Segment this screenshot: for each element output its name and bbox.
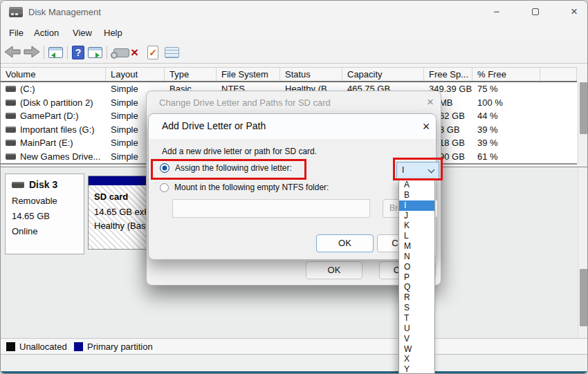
dropdown-item[interactable]: M — [399, 241, 434, 252]
mount-folder-radio-row[interactable]: Mount in the following empty NTFS folder… — [160, 183, 329, 192]
dialog-title: Change Drive Letter and Paths for SD car… — [159, 97, 331, 108]
disk3-panel[interactable]: Disk 3 Removable 14.65 GB Online — [5, 174, 84, 254]
menu-action[interactable]: Action — [34, 24, 59, 42]
volume-name: New Games Drive... — [20, 150, 100, 164]
chevron-down-icon — [428, 167, 435, 174]
dropdown-item[interactable]: Y — [399, 364, 434, 374]
window-title: Disk Management — [28, 1, 101, 24]
radio-selected-icon[interactable] — [160, 163, 169, 173]
dropdown-item[interactable]: S — [399, 303, 434, 313]
check-document-icon[interactable]: ✓ — [147, 46, 158, 59]
dropdown-item[interactable]: R — [399, 292, 434, 303]
close-button[interactable]: × — [559, 1, 588, 24]
dropdown-item[interactable]: J — [399, 211, 434, 221]
add-drive-letter-dialog: Add Drive Letter or Path × Add a new dri… — [148, 113, 437, 260]
table-header: Volume Layout Type File System Status Ca… — [1, 67, 577, 82]
menu-help[interactable]: Help — [104, 24, 122, 42]
menu-file[interactable]: File — [9, 24, 24, 42]
partition-name: SD card — [94, 191, 128, 202]
dialog-subtitle: Add a new drive letter or path for SD ca… — [162, 147, 317, 156]
dropdown-item[interactable]: P — [399, 272, 434, 283]
disk-name: Disk 3 — [29, 179, 57, 190]
menu-view[interactable]: View — [73, 24, 92, 42]
disk-pane-scrollbar[interactable] — [578, 167, 588, 337]
back-icon[interactable] — [3, 45, 21, 60]
dialog-title: Add Drive Letter or Path — [162, 120, 266, 131]
volume-icon — [6, 100, 16, 106]
disk-management-window: Disk Management − × File Action View Hel… — [0, 0, 588, 374]
header-type[interactable]: Type — [165, 68, 217, 81]
close-icon[interactable]: × — [417, 118, 435, 135]
maximize-button[interactable] — [520, 1, 551, 24]
disk-media: Removable — [12, 196, 57, 206]
table-scrollbar[interactable] — [578, 82, 588, 165]
cell-pct: 75 % — [472, 82, 540, 96]
properties-icon[interactable] — [165, 47, 179, 58]
header-layout[interactable]: Layout — [106, 68, 165, 81]
status-bar — [1, 355, 587, 371]
dropdown-item[interactable]: L — [399, 231, 434, 241]
legend-unallocated: Unallocated — [19, 342, 67, 352]
legend-primary-partition: Primary partition — [87, 342, 153, 352]
minimize-button[interactable]: − — [481, 1, 512, 24]
toolbar-separator — [107, 46, 107, 59]
dropdown-item[interactable]: W — [399, 344, 434, 355]
header-volume[interactable]: Volume — [1, 68, 106, 81]
header-blank — [540, 68, 577, 81]
cell-pct: 61 % — [472, 150, 540, 164]
delete-icon[interactable]: × — [131, 45, 138, 60]
app-icon — [9, 7, 23, 17]
volume-icon — [6, 140, 16, 146]
cell-pct: 100 % — [472, 96, 540, 110]
radio-unselected-icon[interactable] — [160, 183, 169, 192]
partition-size-fs: 14.65 GB exF — [94, 207, 149, 217]
action-pane-icon[interactable] — [88, 45, 102, 60]
volume-name: Important files (G:) — [20, 123, 95, 137]
ok-button[interactable]: OK — [306, 261, 362, 279]
volume-icon — [6, 86, 16, 92]
title-bar: Disk Management − × — [1, 1, 587, 24]
assign-letter-radio-row[interactable]: Assign the following drive letter: — [160, 163, 292, 173]
drive-letter-combobox[interactable]: I — [396, 162, 439, 179]
help-icon[interactable]: ? — [72, 46, 84, 59]
maximize-icon — [532, 8, 539, 15]
volume-icon — [6, 113, 16, 119]
ok-button[interactable]: OK — [316, 234, 374, 252]
dropdown-item[interactable]: N — [399, 252, 434, 262]
window-bottom-edge — [1, 371, 587, 374]
dropdown-item[interactable]: U — [399, 324, 434, 334]
volume-name: MainPart (E:) — [20, 136, 73, 150]
dialog-title-bar: Add Drive Letter or Path × — [149, 114, 436, 139]
dropdown-item[interactable]: X — [399, 354, 434, 364]
header-status[interactable]: Status — [280, 68, 342, 81]
dropdown-item[interactable]: V — [399, 334, 434, 344]
assign-letter-label: Assign the following drive letter: — [175, 163, 292, 173]
dropdown-item[interactable]: B — [399, 190, 434, 200]
dropdown-item[interactable]: Q — [399, 282, 434, 292]
console-tree-icon[interactable] — [48, 45, 63, 60]
header-pct-free[interactable]: % Free — [472, 68, 540, 81]
close-icon[interactable]: × — [422, 94, 439, 111]
toolbar: ? × ✓ — [1, 42, 587, 64]
dropdown-item[interactable]: O — [399, 262, 434, 272]
cell-pct: 39 % — [472, 136, 540, 150]
scrollbar-thumb[interactable] — [580, 82, 587, 134]
dropdown-item[interactable]: T — [399, 313, 434, 324]
unallocated-swatch — [6, 342, 15, 351]
toolbar-separator — [67, 46, 68, 59]
header-free-space[interactable]: Free Sp... — [424, 68, 472, 81]
combobox-value: I — [402, 165, 404, 175]
header-file-system[interactable]: File System — [217, 68, 280, 81]
scrollbar-thumb[interactable] — [580, 269, 587, 326]
forward-icon[interactable] — [23, 45, 41, 60]
disk-icon — [12, 182, 24, 188]
device-icon[interactable] — [113, 48, 129, 57]
volume-icon — [6, 153, 16, 160]
dropdown-item[interactable]: K — [399, 221, 434, 231]
mount-path-input[interactable] — [172, 199, 370, 218]
menu-bar: File Action View Help — [1, 24, 587, 42]
volume-name: GamePart (D:) — [20, 109, 79, 123]
dropdown-item[interactable]: A — [399, 180, 434, 190]
header-capacity[interactable]: Capacity — [342, 68, 424, 81]
dropdown-item-selected[interactable]: I — [399, 200, 434, 211]
